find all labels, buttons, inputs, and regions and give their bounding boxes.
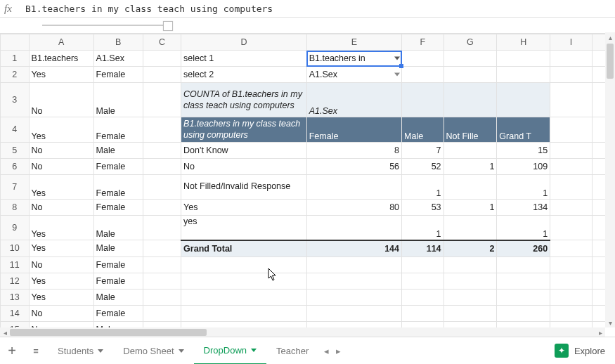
pivot-value[interactable]: 1	[402, 215, 444, 240]
row-header[interactable]: 3	[1, 83, 30, 117]
cell[interactable]	[550, 158, 593, 174]
cell[interactable]	[402, 305, 444, 321]
slider-thumb[interactable]	[163, 21, 173, 31]
cell[interactable]	[143, 174, 181, 199]
cell[interactable]	[402, 256, 444, 273]
formula-input[interactable]	[24, 3, 611, 15]
pivot-grand-value[interactable]: 144	[306, 240, 401, 257]
cell[interactable]	[306, 305, 401, 321]
cell[interactable]	[550, 240, 593, 257]
cell[interactable]: Male	[93, 142, 143, 158]
cell[interactable]	[143, 305, 181, 321]
pivot-value[interactable]: 53	[402, 199, 444, 215]
cell[interactable]	[181, 305, 307, 321]
row-header[interactable]: 7	[1, 174, 30, 199]
pivot-value[interactable]: 1	[497, 215, 550, 240]
add-sheet-button[interactable]: +	[0, 343, 24, 359]
pivot-grand-label[interactable]: Grand Total	[181, 240, 307, 257]
cell[interactable]	[550, 117, 593, 143]
cell[interactable]: No	[29, 305, 93, 321]
cell-select2-label[interactable]: select 2	[181, 67, 307, 83]
cell[interactable]	[143, 240, 181, 257]
pivot-row-label[interactable]: Yes	[181, 199, 307, 215]
cell[interactable]	[143, 142, 181, 158]
row-header[interactable]: 9	[1, 215, 30, 240]
tab-dropdown[interactable]: DropDown	[194, 337, 266, 364]
cell[interactable]: Yes	[29, 273, 93, 289]
cell[interactable]	[143, 51, 181, 67]
cell[interactable]	[444, 51, 497, 67]
cell[interactable]: B1.teachers	[29, 51, 93, 67]
cell[interactable]	[143, 117, 181, 143]
scroll-thumb[interactable]	[10, 329, 207, 336]
all-sheets-button[interactable]: ≡	[24, 346, 48, 356]
col-header[interactable]: C	[143, 34, 181, 51]
cell[interactable]	[444, 289, 497, 305]
select1-dropdown[interactable]: B1.teachers in	[306, 51, 401, 67]
cell[interactable]	[497, 305, 550, 321]
cell-select1-label[interactable]: select 1	[181, 51, 307, 67]
cell[interactable]	[550, 256, 593, 273]
cell[interactable]	[402, 273, 444, 289]
cell[interactable]	[550, 273, 593, 289]
row-header[interactable]: 10	[1, 240, 30, 257]
cell[interactable]: Female	[93, 158, 143, 174]
cell[interactable]	[550, 215, 593, 240]
select2-dropdown[interactable]: A1.Sex	[306, 67, 401, 83]
pivot-value[interactable]	[306, 215, 401, 240]
cell[interactable]	[143, 273, 181, 289]
cell[interactable]	[306, 273, 401, 289]
cell[interactable]	[402, 67, 444, 83]
cell[interactable]: No	[29, 83, 93, 117]
cell[interactable]	[444, 67, 497, 83]
cell[interactable]	[402, 83, 444, 117]
pivot-row-label[interactable]: yes	[181, 215, 307, 240]
row-header[interactable]: 12	[1, 273, 30, 289]
cell[interactable]	[497, 273, 550, 289]
cell[interactable]	[143, 215, 181, 240]
cell[interactable]	[402, 51, 444, 67]
cell[interactable]	[181, 256, 307, 273]
chevron-down-icon[interactable]	[179, 349, 184, 353]
col-header[interactable]: H	[497, 34, 550, 51]
horizontal-scrollbar[interactable]: ◂ ▸	[0, 327, 605, 337]
pivot-value[interactable]: 1	[444, 199, 497, 215]
tab-next-icon[interactable]: ▸	[336, 346, 341, 356]
cell[interactable]	[444, 273, 497, 289]
cell[interactable]: No	[29, 199, 93, 215]
cell[interactable]: Female	[93, 256, 143, 273]
pivot-value[interactable]: 8	[306, 142, 401, 158]
pivot-col-header[interactable]: Male	[402, 117, 444, 143]
col-header[interactable]: E	[306, 34, 401, 51]
cell[interactable]: Yes	[29, 289, 93, 305]
pivot-value[interactable]: 134	[497, 199, 550, 215]
pivot-value[interactable]: 1	[497, 174, 550, 199]
vertical-scrollbar[interactable]: ▴ ▾	[605, 32, 615, 327]
cell[interactable]	[306, 256, 401, 273]
pivot-grand-value[interactable]: 260	[497, 240, 550, 257]
cell[interactable]	[497, 289, 550, 305]
pivot-value[interactable]: 1	[444, 158, 497, 174]
cell[interactable]	[550, 142, 593, 158]
cell[interactable]: No	[29, 142, 93, 158]
cell[interactable]: A1.Sex	[93, 51, 143, 67]
scroll-down-arrow-icon[interactable]: ▾	[605, 318, 615, 327]
cell[interactable]	[497, 51, 550, 67]
scroll-up-arrow-icon[interactable]: ▴	[605, 32, 615, 42]
select-all-cell[interactable]	[1, 34, 30, 51]
pivot-rowfield-label[interactable]: B1.teachers in my class teach using comp…	[181, 117, 307, 143]
cell[interactable]: Female	[93, 199, 143, 215]
chevron-down-icon[interactable]	[394, 73, 400, 77]
col-header[interactable]: F	[402, 34, 444, 51]
cell[interactable]	[550, 67, 593, 83]
row-header[interactable]: 13	[1, 289, 30, 305]
pivot-col-header[interactable]: Female	[306, 117, 401, 143]
col-header[interactable]: D	[181, 34, 307, 51]
row-header[interactable]: 6	[1, 158, 30, 174]
cell[interactable]	[550, 305, 593, 321]
cell[interactable]	[306, 289, 401, 305]
pivot-value[interactable]: 1	[402, 174, 444, 199]
cell[interactable]: No	[29, 256, 93, 273]
cell[interactable]	[143, 256, 181, 273]
pivot-grand-value[interactable]: 2	[444, 240, 497, 257]
